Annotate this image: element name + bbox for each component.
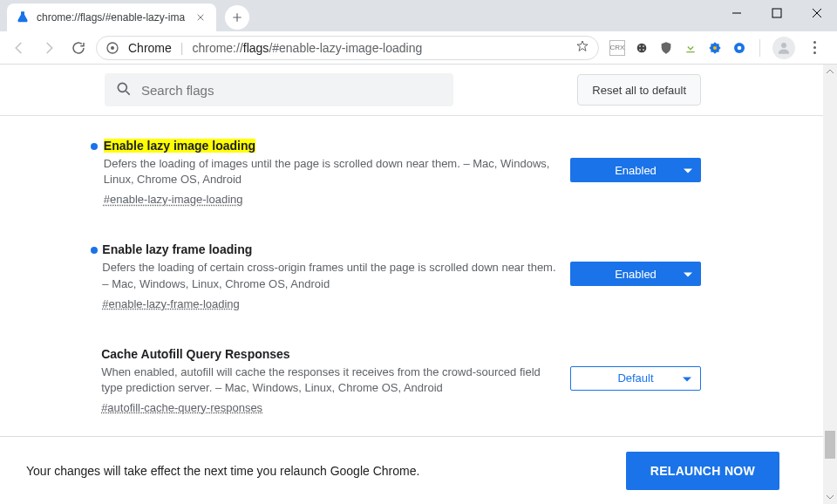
back-button[interactable] bbox=[7, 36, 31, 60]
profile-avatar[interactable] bbox=[772, 37, 795, 59]
scroll-down-icon[interactable] bbox=[823, 490, 837, 504]
address-bar[interactable]: Chrome | chrome://flags/#enable-lazy-ima… bbox=[96, 36, 599, 60]
flag-title: Cache Autofill Query Responses bbox=[101, 347, 290, 361]
flag-anchor-link[interactable]: #enable-lazy-image-loading bbox=[104, 193, 243, 206]
flag-item: Cache Autofill Query Responses When enab… bbox=[91, 347, 701, 414]
tab-title: chrome://flags/#enable-lazy-ima bbox=[37, 11, 185, 24]
search-flags-input[interactable] bbox=[141, 83, 443, 98]
tabstrip: chrome://flags/#enable-lazy-ima bbox=[0, 0, 837, 31]
page-viewport: Reset all to default Enable lazy image l… bbox=[0, 65, 837, 504]
flag-select[interactable]: Default bbox=[570, 366, 701, 391]
flag-description: Defers the loading of images until the p… bbox=[104, 156, 556, 187]
flag-select[interactable]: Enabled bbox=[570, 262, 701, 286]
flag-title: Enable lazy frame loading bbox=[102, 242, 252, 256]
extension-icons: CRX bbox=[604, 37, 830, 59]
url-separator: | bbox=[180, 41, 184, 55]
svg-point-3 bbox=[637, 43, 647, 52]
svg-point-7 bbox=[643, 49, 644, 51]
browser-tab[interactable]: chrome://flags/#enable-lazy-ima bbox=[7, 3, 216, 31]
bookmark-star-icon[interactable] bbox=[575, 39, 589, 56]
svg-point-8 bbox=[713, 46, 717, 50]
flag-item: Enable lazy frame loading Defers the loa… bbox=[91, 242, 701, 310]
flag-select-value: Default bbox=[617, 371, 653, 385]
flags-page: Reset all to default Enable lazy image l… bbox=[0, 65, 837, 504]
browser-toolbar: Chrome | chrome://flags/#enable-lazy-ima… bbox=[0, 31, 837, 65]
minimize-button[interactable] bbox=[717, 0, 757, 26]
close-tab-icon[interactable] bbox=[194, 10, 208, 24]
svg-rect-0 bbox=[772, 9, 781, 17]
extension-shield-icon[interactable] bbox=[658, 40, 674, 56]
modified-dot-icon bbox=[91, 143, 98, 150]
relaunch-now-button[interactable]: RELAUNCH NOW bbox=[626, 452, 779, 490]
url-text: chrome://flags/#enable-lazy-image-loadin… bbox=[192, 41, 422, 55]
svg-point-2 bbox=[111, 46, 114, 50]
reload-button[interactable] bbox=[66, 36, 91, 60]
window-controls bbox=[717, 0, 837, 31]
svg-point-11 bbox=[781, 43, 786, 48]
maximize-button[interactable] bbox=[757, 0, 797, 26]
relaunch-message: Your changes will take effect the next t… bbox=[26, 464, 419, 478]
flag-description: When enabled, autofill will cache the re… bbox=[101, 364, 556, 396]
scrollbar-thumb[interactable] bbox=[825, 431, 835, 459]
site-info-icon[interactable] bbox=[105, 41, 119, 55]
modified-dot-icon bbox=[91, 247, 98, 254]
extension-dice-icon[interactable] bbox=[634, 40, 650, 56]
svg-point-6 bbox=[639, 49, 641, 51]
flag-item: Enable lazy image loading Defers the loa… bbox=[91, 139, 701, 206]
url-scheme-label: Chrome bbox=[128, 41, 172, 55]
flags-header: Reset all to default bbox=[0, 65, 823, 116]
svg-point-10 bbox=[738, 45, 742, 50]
flask-icon bbox=[16, 10, 30, 24]
extension-crx-icon[interactable]: CRX bbox=[609, 40, 625, 56]
search-icon bbox=[115, 80, 133, 100]
flag-title: Enable lazy image loading bbox=[104, 139, 255, 153]
flags-list: Enable lazy image loading Defers the loa… bbox=[0, 116, 823, 414]
flag-anchor-link[interactable]: #autofill-cache-query-responses bbox=[101, 401, 262, 414]
reset-all-button[interactable]: Reset all to default bbox=[577, 74, 701, 106]
flag-description: Defers the loading of certain cross-orig… bbox=[102, 260, 556, 291]
extension-badge-icon[interactable] bbox=[707, 40, 723, 56]
flag-select-value: Enabled bbox=[615, 268, 657, 281]
flag-select-value: Enabled bbox=[615, 164, 657, 177]
search-flags-wrap[interactable] bbox=[105, 73, 453, 106]
extension-download-icon[interactable] bbox=[683, 40, 698, 56]
extension-gear-icon[interactable] bbox=[732, 40, 747, 56]
svg-point-4 bbox=[639, 45, 641, 47]
forward-button[interactable] bbox=[37, 36, 61, 60]
scrollbar[interactable] bbox=[823, 65, 837, 504]
svg-point-5 bbox=[643, 45, 644, 47]
scroll-up-icon[interactable] bbox=[823, 65, 837, 78]
close-window-button[interactable] bbox=[797, 0, 837, 26]
relaunch-footer: Your changes will take effect the next t… bbox=[0, 436, 823, 504]
flag-anchor-link[interactable]: #enable-lazy-frame-loading bbox=[102, 297, 240, 310]
svg-point-12 bbox=[118, 83, 126, 92]
new-tab-button[interactable] bbox=[225, 5, 249, 30]
toolbar-divider bbox=[759, 39, 760, 57]
chrome-menu-button[interactable] bbox=[804, 41, 825, 54]
flag-select[interactable]: Enabled bbox=[570, 158, 701, 182]
